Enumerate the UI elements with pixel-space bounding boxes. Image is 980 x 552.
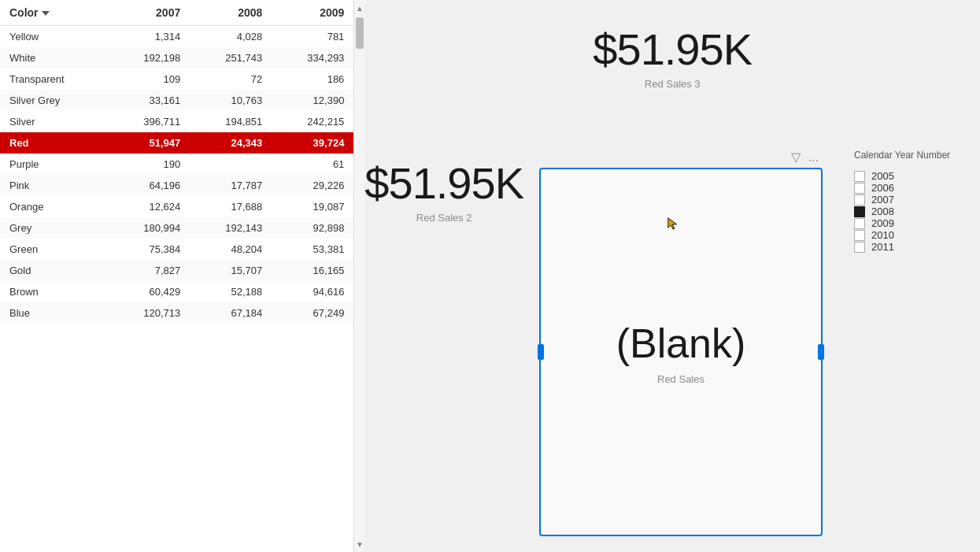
year-2008-header[interactable]: 2008 xyxy=(190,0,272,26)
table-row[interactable]: Brown60,42952,18894,616 xyxy=(0,281,353,302)
table-row[interactable]: Purple19061 xyxy=(0,154,353,175)
legend-checkbox-2009[interactable] xyxy=(854,218,865,229)
value-2007-cell: 7,827 xyxy=(108,260,190,281)
value-2007-cell: 75,384 xyxy=(108,239,190,260)
value-2007-cell: 51,947 xyxy=(108,132,190,154)
value-2008-cell: 17,688 xyxy=(190,196,272,217)
kpi-middle-label: Red Sales 2 xyxy=(416,212,472,224)
legend-label-2009: 2009 xyxy=(871,217,894,229)
kpi-middle-value: $51.95K xyxy=(364,157,523,209)
legend-checkbox-2005[interactable] xyxy=(854,171,865,182)
color-cell: Brown xyxy=(0,281,108,302)
color-cell: Gold xyxy=(0,260,108,281)
value-2009-cell: 53,381 xyxy=(272,239,353,260)
table-row[interactable]: Green75,38448,20453,381 xyxy=(0,239,353,260)
scroll-up-button[interactable]: ▲ xyxy=(354,0,365,16)
color-cell: Purple xyxy=(0,154,108,175)
color-column-header[interactable]: Color xyxy=(0,0,108,26)
legend-item-2007[interactable]: 2007 xyxy=(854,194,964,206)
right-panel: $51.95K Red Sales 3 $51.95K Red Sales 2 … xyxy=(364,0,980,552)
table-container: Color 2007 2008 2009 Yellow1,3144,028781… xyxy=(0,0,364,552)
value-2007-cell: 396,711 xyxy=(108,111,190,132)
table-row[interactable]: Grey180,994192,14392,898 xyxy=(0,217,353,239)
table-row[interactable]: Gold7,82715,70716,165 xyxy=(0,260,353,281)
table-scroll[interactable]: Color 2007 2008 2009 Yellow1,3144,028781… xyxy=(0,0,364,552)
value-2009-cell: 781 xyxy=(272,26,353,48)
value-2008-cell: 48,204 xyxy=(190,239,272,260)
svg-marker-0 xyxy=(668,218,677,229)
value-2007-cell: 109 xyxy=(108,69,190,90)
value-2008-cell: 72 xyxy=(190,69,272,90)
table-row[interactable]: Silver396,711194,851242,215 xyxy=(0,111,353,132)
value-2008-cell: 67,184 xyxy=(190,302,272,324)
color-cell: Yellow xyxy=(0,26,108,48)
year-2009-header[interactable]: 2009 xyxy=(272,0,353,26)
legend-checkbox-2011[interactable] xyxy=(854,242,865,253)
color-cell: Green xyxy=(0,239,108,260)
blank-card-container: ▽ ... (Blank) Red Sales xyxy=(523,142,838,544)
legend-item-2005[interactable]: 2005 xyxy=(854,170,964,182)
card-right-handle xyxy=(818,344,824,360)
blank-card[interactable]: (Blank) Red Sales xyxy=(539,168,823,536)
table-row[interactable]: White192,198251,743334,293 xyxy=(0,47,353,69)
value-2008-cell: 10,763 xyxy=(190,90,272,111)
value-2008-cell: 24,343 xyxy=(190,132,272,154)
color-header-label: Color xyxy=(9,6,39,19)
card-left-handle xyxy=(538,344,544,360)
value-2009-cell: 19,087 xyxy=(272,196,353,217)
scroll-thumb[interactable] xyxy=(356,17,364,49)
color-cell: Blue xyxy=(0,302,108,324)
middle-area: $51.95K Red Sales 2 ▽ ... (Blank) Red Sa… xyxy=(364,134,980,552)
legend-label-2006: 2006 xyxy=(871,182,894,194)
color-cell: Silver Grey xyxy=(0,90,108,111)
value-2009-cell: 92,898 xyxy=(272,217,353,239)
table-row[interactable]: Pink64,19617,78729,226 xyxy=(0,175,353,196)
scroll-down-button[interactable]: ▼ xyxy=(354,536,365,552)
value-2009-cell: 67,249 xyxy=(272,302,353,324)
color-cell: Transparent xyxy=(0,69,108,90)
main-container: Color 2007 2008 2009 Yellow1,3144,028781… xyxy=(0,0,980,552)
color-cell: White xyxy=(0,47,108,69)
value-2008-cell: 17,787 xyxy=(190,175,272,196)
value-2009-cell: 39,724 xyxy=(272,132,353,154)
legend-checkbox-2010[interactable] xyxy=(854,230,865,241)
legend-label-2007: 2007 xyxy=(871,194,894,206)
left-panel: Color 2007 2008 2009 Yellow1,3144,028781… xyxy=(0,0,364,552)
table-body: Yellow1,3144,028781White192,198251,74333… xyxy=(0,26,353,324)
legend-checkbox-2008[interactable] xyxy=(854,206,865,217)
scrollbar[interactable]: ▲ ▼ xyxy=(353,0,364,552)
table-row[interactable]: Transparent10972186 xyxy=(0,69,353,90)
card-controls: ▽ ... xyxy=(539,150,823,165)
legend-label-2008: 2008 xyxy=(871,206,894,217)
value-2008-cell xyxy=(190,154,272,175)
data-table: Color 2007 2008 2009 Yellow1,3144,028781… xyxy=(0,0,353,324)
kpi-top-label: Red Sales 3 xyxy=(593,78,752,90)
value-2008-cell: 4,028 xyxy=(190,26,272,48)
kpi-top-area: $51.95K Red Sales 3 xyxy=(364,0,980,134)
kpi-top-card: $51.95K Red Sales 3 xyxy=(561,16,783,134)
table-row[interactable]: Red51,94724,34339,724 xyxy=(0,132,353,154)
year-2007-header[interactable]: 2007 xyxy=(108,0,190,26)
kpi-top-value: $51.95K xyxy=(593,24,752,75)
value-2007-cell: 64,196 xyxy=(108,175,190,196)
legend-label-2011: 2011 xyxy=(871,241,894,253)
legend-item-2009[interactable]: 2009 xyxy=(854,217,964,229)
legend-item-2011[interactable]: 2011 xyxy=(854,241,964,253)
table-row[interactable]: Blue120,71367,18467,249 xyxy=(0,302,353,324)
legend-checkbox-2007[interactable] xyxy=(854,194,865,206)
legend-item-2008[interactable]: 2008 xyxy=(854,206,964,217)
more-options-icon[interactable]: ... xyxy=(808,150,819,165)
legend-item-2006[interactable]: 2006 xyxy=(854,182,964,194)
color-cell: Pink xyxy=(0,175,108,196)
color-cell: Grey xyxy=(0,217,108,239)
legend-item-2010[interactable]: 2010 xyxy=(854,229,964,241)
value-2007-cell: 192,198 xyxy=(108,47,190,69)
legend-items: 2005200620072008200920102011 xyxy=(854,170,964,253)
blank-card-value: (Blank) xyxy=(616,320,746,367)
table-row[interactable]: Silver Grey33,16110,76312,390 xyxy=(0,90,353,111)
color-cell: Silver xyxy=(0,111,108,132)
legend-checkbox-2006[interactable] xyxy=(854,183,865,194)
table-row[interactable]: Yellow1,3144,028781 xyxy=(0,26,353,48)
table-row[interactable]: Orange12,62417,68819,087 xyxy=(0,196,353,217)
filter-icon[interactable]: ▽ xyxy=(791,150,801,165)
